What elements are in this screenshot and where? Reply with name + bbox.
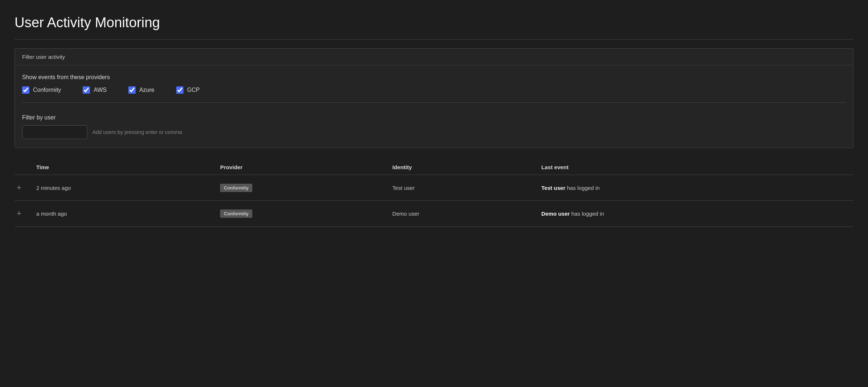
table-row: + a month ago Conformity Demo user Demo … (15, 201, 853, 227)
row1-last-event: Test user has logged in (541, 175, 853, 201)
row2-expand-button[interactable]: + (15, 209, 24, 218)
checkbox-azure-label: Azure (139, 87, 154, 93)
filter-user-section: Filter by user Add users by pressing ent… (22, 113, 846, 139)
row1-provider-badge: Conformity (220, 184, 252, 192)
filter-user-row: Add users by pressing enter or comma (22, 125, 846, 139)
row1-last-event-bold: Test user (541, 185, 565, 191)
filter-card-header: Filter user activity (15, 49, 853, 65)
row2-time: a month ago (36, 201, 220, 227)
checkbox-azure[interactable]: Azure (128, 86, 154, 94)
checkbox-gcp-label: GCP (187, 87, 200, 93)
row1-identity: Test user (392, 175, 541, 201)
providers-section: Show events from these providers Conform… (22, 74, 846, 103)
checkbox-aws-input[interactable] (83, 86, 90, 94)
title-divider (15, 39, 853, 40)
col-last-event: Last event (541, 160, 853, 175)
filter-card: Filter user activity Show events from th… (15, 48, 853, 148)
checkbox-azure-input[interactable] (128, 86, 136, 94)
filter-card-body: Show events from these providers Conform… (15, 65, 853, 148)
col-time: Time (36, 160, 220, 175)
checkbox-aws-label: AWS (94, 87, 107, 93)
filter-user-input[interactable] (22, 125, 87, 139)
checkbox-gcp-input[interactable] (176, 86, 183, 94)
checkbox-gcp[interactable]: GCP (176, 86, 200, 94)
row2-provider: Conformity (220, 201, 392, 227)
row1-expand-button[interactable]: + (15, 183, 24, 192)
col-expand (15, 160, 36, 175)
checkbox-conformity-input[interactable] (22, 86, 29, 94)
row1-expand-cell: + (15, 175, 36, 201)
col-identity: Identity (392, 160, 541, 175)
row2-last-event-bold: Demo user (541, 211, 570, 217)
page-title: User Activity Monitoring (15, 15, 853, 30)
row1-last-event-suffix: has logged in (565, 185, 600, 191)
row2-identity: Demo user (392, 201, 541, 227)
row2-last-event: Demo user has logged in (541, 201, 853, 227)
row1-provider: Conformity (220, 175, 392, 201)
checkbox-conformity-label: Conformity (33, 87, 61, 93)
activity-table: Time Provider Identity Last event + 2 mi… (15, 160, 853, 227)
row2-expand-cell: + (15, 201, 36, 227)
checkbox-conformity[interactable]: Conformity (22, 86, 61, 94)
row2-provider-badge: Conformity (220, 209, 252, 218)
row2-last-event-suffix: has logged in (570, 211, 604, 217)
filter-user-label: Filter by user (22, 114, 846, 121)
col-provider: Provider (220, 160, 392, 175)
checkboxes-row: Conformity AWS Azure GCP (22, 86, 846, 94)
providers-label: Show events from these providers (22, 74, 846, 81)
checkbox-aws[interactable]: AWS (83, 86, 107, 94)
filter-hint: Add users by pressing enter or comma (92, 129, 182, 135)
row1-time: 2 minutes ago (36, 175, 220, 201)
table-row: + 2 minutes ago Conformity Test user Tes… (15, 175, 853, 201)
table-header-row: Time Provider Identity Last event (15, 160, 853, 175)
